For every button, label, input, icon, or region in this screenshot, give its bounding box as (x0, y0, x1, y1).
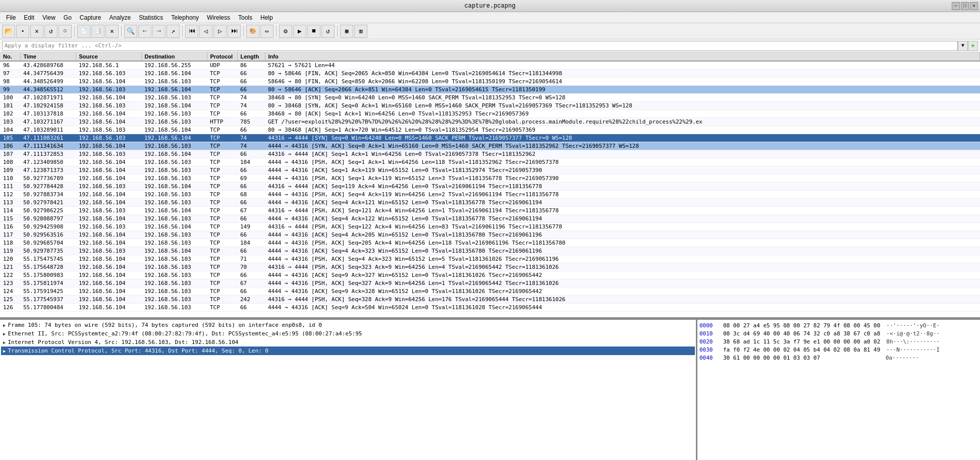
packet-list[interactable]: No. Time Source Destination Protocol Len… (0, 52, 980, 319)
menu-view[interactable]: View (38, 13, 60, 22)
menu-statistics[interactable]: Statistics (135, 13, 167, 22)
table-row[interactable]: 10747.111372853192.168.56.103192.168.56.… (0, 150, 980, 158)
mark-button[interactable]: ✕ (105, 25, 119, 38)
detail-row[interactable]: ▶Transmission Control Protocol, Src Port… (1, 347, 695, 355)
minimize-button[interactable]: ─ (952, 2, 960, 10)
table-row[interactable]: 11550.928088797192.168.56.104192.168.56.… (0, 215, 980, 223)
close-button[interactable]: ✕ (970, 2, 978, 10)
prev-button[interactable]: ◁ (199, 25, 212, 38)
find-button[interactable]: 🔍 (124, 25, 137, 38)
filter-dropdown-button[interactable]: ▼ (958, 41, 968, 51)
table-row[interactable]: 10947.123871373192.168.56.104192.168.56.… (0, 166, 980, 175)
autoscroll-button[interactable]: ○ (59, 25, 72, 38)
open-button[interactable]: 📂 (2, 25, 15, 38)
col-header-protocol[interactable]: Protocol (207, 52, 237, 61)
table-row[interactable]: 11250.927883734192.168.56.104192.168.56.… (0, 191, 980, 199)
next-button[interactable]: ▷ (213, 25, 227, 38)
resize-cols-button[interactable]: ⇔ (260, 25, 274, 38)
bottom-panel: ▶Frame 105: 74 bytes on wire (592 bits),… (0, 319, 980, 460)
table-row[interactable]: 10147.102924158192.168.56.103192.168.56.… (0, 102, 980, 110)
detail-expand-icon[interactable]: ▶ (3, 331, 6, 336)
col-header-source[interactable]: Source (76, 52, 141, 61)
capture-options-button[interactable]: ⚙ (279, 25, 292, 38)
maximize-button[interactable]: □ (961, 2, 969, 10)
display-filter-button[interactable]: ▥ (354, 25, 367, 38)
table-row[interactable]: 12455.175919425192.168.56.104192.168.56.… (0, 288, 980, 296)
save-button[interactable]: ▪ (16, 25, 29, 38)
menu-tools[interactable]: Tools (234, 13, 256, 22)
table-row[interactable]: 12355.175811974192.168.56.104192.168.56.… (0, 279, 980, 288)
packet-details[interactable]: ▶Frame 105: 74 bytes on wire (592 bits),… (0, 320, 697, 460)
menu-analyze[interactable]: Analyze (105, 13, 135, 22)
capture-filter-button[interactable]: ▦ (340, 25, 353, 38)
reload-button[interactable]: ↺ (44, 25, 58, 38)
packet-src: 192.168.56.104 (76, 304, 141, 312)
table-row[interactable]: 12155.175648728192.168.56.104192.168.56.… (0, 263, 980, 271)
menu-edit[interactable]: Edit (20, 13, 38, 22)
col-header-destination[interactable]: Destination (141, 52, 207, 61)
packet-dst: 192.168.56.104 (141, 150, 207, 158)
table-row[interactable]: 10347.103271167192.168.56.104192.168.56.… (0, 118, 980, 126)
packet-time: 47.123871373 (20, 166, 76, 175)
detail-expand-icon[interactable]: ▶ (3, 323, 6, 328)
packet-src: 192.168.56.104 (76, 158, 141, 166)
table-row[interactable]: 10447.103289011192.168.56.103192.168.56.… (0, 126, 980, 134)
display-filter-input[interactable] (2, 41, 958, 51)
detail-expand-icon[interactable]: ▶ (3, 349, 6, 354)
detail-expand-icon[interactable]: ▶ (3, 340, 6, 345)
table-row[interactable]: 9744.347756439192.168.56.103192.168.56.1… (0, 70, 980, 78)
close-cap-button[interactable]: ✕ (30, 25, 43, 38)
menu-capture[interactable]: Capture (76, 13, 105, 22)
colorize-button[interactable]: 🎨 (246, 25, 259, 38)
hex-offset: 0020 (699, 338, 717, 346)
filter-add-button[interactable]: + (968, 41, 978, 51)
table-row[interactable]: 11450.927986225192.168.56.103192.168.56.… (0, 207, 980, 215)
col-header-length[interactable]: Length (237, 52, 265, 61)
table-row[interactable]: 12555.177545937192.168.56.104192.168.56.… (0, 296, 980, 304)
table-row[interactable]: 12655.177800484192.168.56.104192.168.56.… (0, 304, 980, 312)
last-button[interactable]: ⏭ (228, 25, 241, 38)
table-row[interactable]: 11350.927978421192.168.56.104192.168.56.… (0, 199, 980, 207)
table-row[interactable]: 10047.102871971192.168.56.104192.168.56.… (0, 94, 980, 102)
col-header-time[interactable]: Time (20, 52, 76, 61)
table-row[interactable]: 11850.929685704192.168.56.104192.168.56.… (0, 239, 980, 247)
first-button[interactable]: ⏮ (185, 25, 198, 38)
menu-file[interactable]: File (2, 13, 20, 22)
start-capture-button[interactable]: ▶ (293, 25, 306, 38)
save-copy-button[interactable]: 📑 (91, 25, 104, 38)
stop-capture-button[interactable]: ■ (307, 25, 320, 38)
table-row[interactable]: 9944.348565512192.168.56.103192.168.56.1… (0, 86, 980, 94)
table-row[interactable]: 9844.348526499192.168.56.104192.168.56.1… (0, 78, 980, 86)
title-bar: capture.pcapng ─ □ ✕ (0, 0, 980, 12)
detail-row[interactable]: ▶Ethernet II, Src: PCSSystemtec_a2:79:4f… (1, 329, 695, 338)
menu-go[interactable]: Go (60, 13, 76, 22)
open-file-button[interactable]: 📄 (77, 25, 90, 38)
restart-capture-button[interactable]: ↺ (321, 25, 335, 38)
menu-wireless[interactable]: Wireless (203, 13, 234, 22)
table-row[interactable]: 11950.929787735192.168.56.103192.168.56.… (0, 247, 980, 255)
table-row[interactable]: 12055.175475745192.168.56.104192.168.56.… (0, 255, 980, 263)
table-row[interactable]: 10647.111341634192.168.56.104192.168.56.… (0, 142, 980, 150)
menu-help[interactable]: Help (256, 13, 277, 22)
table-row[interactable]: 11750.929563516192.168.56.104192.168.56.… (0, 231, 980, 239)
back-button[interactable]: ← (138, 25, 151, 38)
packet-info: 44316 → 4444 [PSH, ACK] Seq=121 Ack=4 Wi… (265, 207, 980, 215)
table-row[interactable]: 11050.927736789192.168.56.104192.168.56.… (0, 175, 980, 183)
packet-info: 38468 → 80 [SYN] Seq=0 Win=64240 Len=0 M… (265, 94, 980, 102)
table-row[interactable]: 9643.428689768192.168.56.1192.168.56.255… (0, 61, 980, 70)
table-row[interactable]: 11650.929425908192.168.56.103192.168.56.… (0, 223, 980, 231)
detail-row[interactable]: ▶Internet Protocol Version 4, Src: 192.1… (1, 338, 695, 347)
table-row[interactable]: 10247.103137818192.168.56.104192.168.56.… (0, 110, 980, 118)
forward-button[interactable]: → (152, 25, 166, 38)
table-row[interactable]: 12255.175800983192.168.56.104192.168.56.… (0, 271, 980, 279)
table-row[interactable]: 10547.111083261192.168.56.103192.168.56.… (0, 134, 980, 142)
table-row[interactable]: 11150.927784428192.168.56.103192.168.56.… (0, 183, 980, 191)
main-content: No. Time Source Destination Protocol Len… (0, 52, 980, 460)
col-header-no[interactable]: No. (0, 52, 20, 61)
menu-telephony[interactable]: Telephony (167, 13, 203, 22)
col-header-info[interactable]: Info (265, 52, 980, 61)
table-row[interactable]: 10847.123409850192.168.56.104192.168.56.… (0, 158, 980, 166)
packet-no: 126 (0, 304, 20, 312)
go-button[interactable]: ↗ (167, 25, 180, 38)
detail-row[interactable]: ▶Frame 105: 74 bytes on wire (592 bits),… (1, 321, 695, 329)
